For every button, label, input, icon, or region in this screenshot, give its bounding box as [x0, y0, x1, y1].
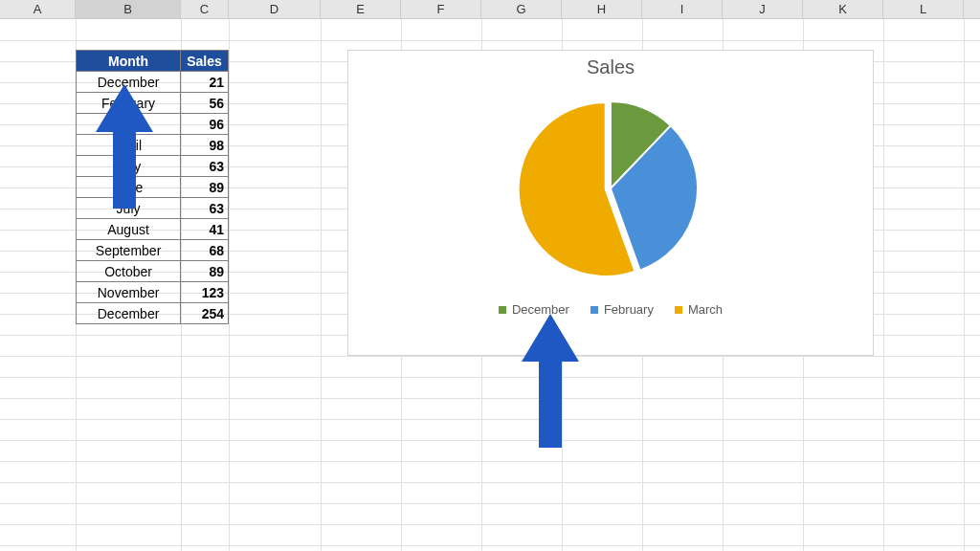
column-header-J[interactable]: J	[723, 0, 803, 18]
table-row[interactable]: April98	[77, 135, 229, 156]
cell-sales[interactable]: 63	[181, 156, 229, 177]
table-row[interactable]: December254	[77, 303, 229, 324]
pie-plot-area	[348, 78, 873, 298]
column-header-H[interactable]: H	[562, 0, 642, 18]
chart-title: Sales	[348, 56, 873, 78]
cell-month[interactable]: May	[77, 156, 181, 177]
column-header-D[interactable]: D	[229, 0, 321, 18]
column-header-G[interactable]: G	[481, 0, 562, 18]
cell-month[interactable]: July	[77, 198, 181, 219]
legend-item-february[interactable]: February	[590, 302, 654, 317]
column-header-L[interactable]: L	[883, 0, 964, 18]
cell-sales[interactable]: 89	[181, 177, 229, 198]
cell-month[interactable]: August	[77, 219, 181, 240]
table-row[interactable]: June89	[77, 177, 229, 198]
header-month[interactable]: Month	[77, 51, 181, 72]
legend-item-december[interactable]: December	[499, 302, 569, 317]
column-header-I[interactable]: I	[642, 0, 723, 18]
cell-sales[interactable]: 68	[181, 240, 229, 261]
table-row[interactable]: May63	[77, 156, 229, 177]
cell-month[interactable]: February	[77, 93, 181, 114]
chart-legend: DecemberFebruaryMarch	[348, 302, 873, 317]
cell-sales[interactable]: 254	[181, 303, 229, 324]
legend-swatch-icon	[499, 306, 506, 314]
header-sales[interactable]: Sales	[181, 51, 229, 72]
table-row[interactable]: February56	[77, 93, 229, 114]
column-header-E[interactable]: E	[321, 0, 401, 18]
cell-month[interactable]: June	[77, 177, 181, 198]
spreadsheet-sheet: ABCDEFGHIJKL Month Sales December21Febru…	[0, 0, 980, 551]
cell-sales[interactable]: 21	[181, 72, 229, 93]
cell-month[interactable]: April	[77, 135, 181, 156]
cell-sales[interactable]: 123	[181, 282, 229, 303]
column-header-C[interactable]: C	[181, 0, 229, 18]
column-header-F[interactable]: F	[401, 0, 481, 18]
table-header-row: Month Sales	[77, 51, 229, 72]
cell-sales[interactable]: 56	[181, 93, 229, 114]
cell-sales[interactable]: 98	[181, 135, 229, 156]
table-row[interactable]: December21	[77, 72, 229, 93]
grid-area[interactable]: Month Sales December21February56March96A…	[0, 19, 980, 551]
table-row[interactable]: March96	[77, 114, 229, 135]
table-row[interactable]: August41	[77, 219, 229, 240]
table-row[interactable]: October89	[77, 261, 229, 282]
column-header-K[interactable]: K	[803, 0, 883, 18]
legend-label: December	[512, 302, 569, 317]
cell-sales[interactable]: 41	[181, 219, 229, 240]
pie-chart-container[interactable]: Sales DecemberFebruaryMarch	[347, 50, 874, 356]
table-row[interactable]: July63	[77, 198, 229, 219]
legend-swatch-icon	[675, 306, 682, 314]
cell-sales[interactable]: 89	[181, 261, 229, 282]
column-header-row: ABCDEFGHIJKL	[0, 0, 980, 19]
cell-sales[interactable]: 63	[181, 198, 229, 219]
table-row[interactable]: November123	[77, 282, 229, 303]
sales-data-table[interactable]: Month Sales December21February56March96A…	[76, 50, 229, 324]
column-header-B[interactable]: B	[76, 0, 181, 18]
table-row[interactable]: September68	[77, 240, 229, 261]
cell-month[interactable]: December	[77, 72, 181, 93]
legend-item-march[interactable]: March	[675, 302, 723, 317]
cell-month[interactable]: October	[77, 261, 181, 282]
pie-svg	[515, 93, 706, 284]
legend-label: March	[688, 302, 723, 317]
column-header-A[interactable]: A	[0, 0, 76, 18]
legend-swatch-icon	[590, 306, 598, 314]
cell-month[interactable]: December	[77, 303, 181, 324]
legend-label: February	[604, 302, 654, 317]
cell-month[interactable]: March	[77, 114, 181, 135]
cell-month[interactable]: September	[77, 240, 181, 261]
cell-month[interactable]: November	[77, 282, 181, 303]
cell-sales[interactable]: 96	[181, 114, 229, 135]
